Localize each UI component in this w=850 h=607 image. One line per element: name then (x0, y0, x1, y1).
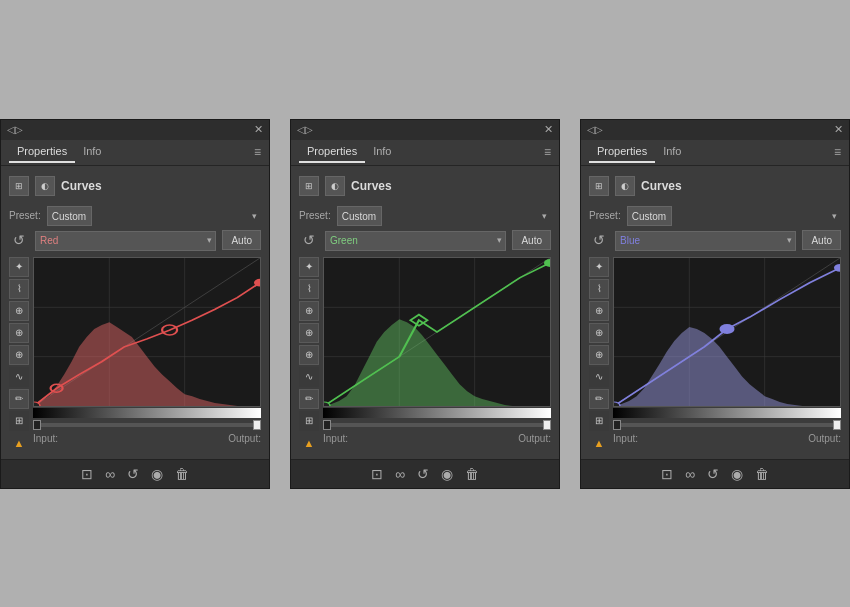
slider-track[interactable] (323, 423, 551, 427)
footer-new-layer-icon[interactable]: ⊡ (661, 466, 673, 482)
adjustments-icon: ⊞ (9, 176, 29, 196)
tool-eyedropper-gray[interactable]: ⊕ (299, 323, 319, 343)
curve-canvas[interactable] (613, 257, 841, 407)
panel-close-button[interactable]: ✕ (544, 123, 553, 136)
tool-eyedropper-white[interactable]: ⊕ (9, 345, 29, 365)
channel-select[interactable]: Blue (615, 231, 796, 251)
panel-tabs: Properties Info ≡ (291, 140, 559, 166)
preset-select[interactable]: Custom (47, 206, 92, 226)
tab-info[interactable]: Info (655, 141, 689, 163)
panel-body: ⊞ ◐ Curves Preset: Custom ↺ Red Auto ✦ (1, 166, 269, 459)
panel-close-button[interactable]: ✕ (834, 123, 843, 136)
undo-icon[interactable]: ↺ (589, 230, 609, 250)
adjustments-icon: ⊞ (299, 176, 319, 196)
panel-tabs: Properties Info ≡ (581, 140, 849, 166)
tool-eyedropper-gray[interactable]: ⊕ (589, 323, 609, 343)
tool-grid[interactable]: ⊞ (9, 411, 29, 431)
output-label: Output: (228, 433, 261, 444)
slider-track[interactable] (33, 423, 261, 427)
curve-canvas[interactable] (323, 257, 551, 407)
panel-menu-icon[interactable]: ≡ (834, 145, 841, 159)
output-label: Output: (518, 433, 551, 444)
tools-and-curve: ✦ ⌇ ⊕ ⊕ ⊕ ∿ ✏ ⊞ ▲ (9, 257, 261, 453)
panel-collapse-arrows[interactable]: ◁▷ (7, 124, 23, 135)
tool-grid[interactable]: ⊞ (299, 411, 319, 431)
preset-select[interactable]: Custom (627, 206, 672, 226)
panel-footer: ⊡ ∞ ↺ ◉ 🗑 (1, 459, 269, 488)
footer-visibility-icon[interactable]: ◉ (151, 466, 163, 482)
panel-menu-icon[interactable]: ≡ (254, 145, 261, 159)
auto-button[interactable]: Auto (802, 230, 841, 250)
panel-menu-icon[interactable]: ≡ (544, 145, 551, 159)
panel-tabs: Properties Info ≡ (1, 140, 269, 166)
tool-eyedropper-gray[interactable]: ⊕ (9, 323, 29, 343)
undo-icon[interactable]: ↺ (299, 230, 319, 250)
slider-handle-white[interactable] (543, 420, 551, 430)
footer-clip-icon[interactable]: ∞ (685, 466, 695, 482)
channel-row: ↺ Red Auto (9, 230, 261, 251)
tool-eyedropper-black[interactable]: ⊕ (9, 301, 29, 321)
curve-area: Input: Output: (323, 257, 551, 453)
footer-delete-icon[interactable]: 🗑 (465, 466, 479, 482)
tab-info[interactable]: Info (75, 141, 109, 163)
slider-handle-black[interactable] (613, 420, 621, 430)
tool-eyedropper-black[interactable]: ⊕ (589, 301, 609, 321)
footer-undo-icon[interactable]: ↺ (127, 466, 139, 482)
titlebar-left: ◁▷ (297, 124, 313, 135)
footer-undo-icon[interactable]: ↺ (707, 466, 719, 482)
panel-body: ⊞ ◐ Curves Preset: Custom ↺ Green Auto (291, 166, 559, 459)
footer-visibility-icon[interactable]: ◉ (731, 466, 743, 482)
slider-handle-white[interactable] (833, 420, 841, 430)
curve-canvas[interactable] (33, 257, 261, 407)
channel-select[interactable]: Green (325, 231, 506, 251)
tool-pointer[interactable]: ✦ (299, 257, 319, 277)
tool-edit[interactable]: ✏ (9, 389, 29, 409)
footer-new-layer-icon[interactable]: ⊡ (81, 466, 93, 482)
gradient-bar-x (323, 408, 551, 418)
preset-select[interactable]: Custom (337, 206, 382, 226)
tool-wave[interactable]: ∿ (299, 367, 319, 387)
slider-track[interactable] (613, 423, 841, 427)
panel-collapse-arrows[interactable]: ◁▷ (297, 124, 313, 135)
preset-select-wrapper: Custom (337, 206, 551, 227)
tool-warning: ▲ (299, 433, 319, 453)
footer-visibility-icon[interactable]: ◉ (441, 466, 453, 482)
tool-eyedropper-white[interactable]: ⊕ (589, 345, 609, 365)
tool-wave[interactable]: ∿ (589, 367, 609, 387)
curves-title: Curves (641, 179, 682, 193)
footer-delete-icon[interactable]: 🗑 (755, 466, 769, 482)
footer-undo-icon[interactable]: ↺ (417, 466, 429, 482)
auto-button[interactable]: Auto (512, 230, 551, 250)
tool-eyedropper-white[interactable]: ⊕ (299, 345, 319, 365)
green-curves-panel: ◁▷ ✕ Properties Info ≡ ⊞ ◐ Curves Preset… (290, 119, 560, 489)
footer-clip-icon[interactable]: ∞ (395, 466, 405, 482)
tool-edit[interactable]: ✏ (299, 389, 319, 409)
tool-pencil-curve[interactable]: ⌇ (9, 279, 29, 299)
tab-properties[interactable]: Properties (9, 141, 75, 163)
tool-eyedropper-black[interactable]: ⊕ (299, 301, 319, 321)
panel-close-button[interactable]: ✕ (254, 123, 263, 136)
panel-collapse-arrows[interactable]: ◁▷ (587, 124, 603, 135)
tab-properties[interactable]: Properties (299, 141, 365, 163)
tool-pointer[interactable]: ✦ (9, 257, 29, 277)
footer-clip-icon[interactable]: ∞ (105, 466, 115, 482)
slider-handle-black[interactable] (323, 420, 331, 430)
tool-pencil-curve[interactable]: ⌇ (299, 279, 319, 299)
undo-icon[interactable]: ↺ (9, 230, 29, 250)
channel-select[interactable]: Red (35, 231, 216, 251)
tool-pencil-curve[interactable]: ⌇ (589, 279, 609, 299)
tool-grid[interactable]: ⊞ (589, 411, 609, 431)
tool-pointer[interactable]: ✦ (589, 257, 609, 277)
slider-handle-black[interactable] (33, 420, 41, 430)
preset-row: Preset: Custom (299, 206, 551, 227)
tool-wave[interactable]: ∿ (9, 367, 29, 387)
footer-new-layer-icon[interactable]: ⊡ (371, 466, 383, 482)
auto-button[interactable]: Auto (222, 230, 261, 250)
slider-handle-white[interactable] (253, 420, 261, 430)
panel-body: ⊞ ◐ Curves Preset: Custom ↺ Blue Auto (581, 166, 849, 459)
tab-properties[interactable]: Properties (589, 141, 655, 163)
footer-delete-icon[interactable]: 🗑 (175, 466, 189, 482)
tab-info[interactable]: Info (365, 141, 399, 163)
preset-select-wrapper: Custom (47, 206, 261, 227)
tool-edit[interactable]: ✏ (589, 389, 609, 409)
